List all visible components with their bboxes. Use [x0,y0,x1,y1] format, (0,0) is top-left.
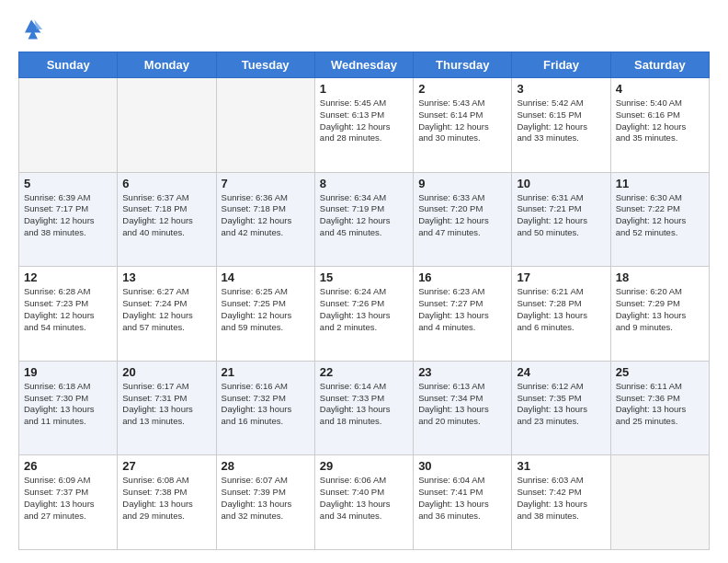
day-number: 6 [122,177,210,190]
day-number: 10 [517,177,605,190]
day-info: Sunrise: 6:24 AM Sunset: 7:26 PM Dayligh… [320,286,408,333]
day-number: 28 [222,459,310,473]
day-number: 18 [616,270,704,284]
day-number: 2 [418,82,506,96]
day-info: Sunrise: 6:25 AM Sunset: 7:25 PM Dayligh… [222,286,310,333]
logo-icon [18,17,44,42]
weekday-header-sunday: Sunday [19,52,118,78]
day-info: Sunrise: 6:21 AM Sunset: 7:28 PM Dayligh… [517,286,605,333]
day-info: Sunrise: 6:12 AM Sunset: 7:35 PM Dayligh… [517,381,605,428]
weekday-header-wednesday: Wednesday [314,52,413,78]
day-info: Sunrise: 6:03 AM Sunset: 7:42 PM Dayligh… [517,475,605,522]
calendar-cell: 13Sunrise: 6:27 AM Sunset: 7:24 PM Dayli… [118,267,216,362]
day-info: Sunrise: 6:33 AM Sunset: 7:20 PM Dayligh… [418,192,506,239]
calendar-cell: 22Sunrise: 6:14 AM Sunset: 7:33 PM Dayli… [314,361,413,455]
calendar-cell: 17Sunrise: 6:21 AM Sunset: 7:28 PM Dayli… [512,267,610,362]
calendar-cell: 21Sunrise: 6:16 AM Sunset: 7:32 PM Dayli… [216,361,314,455]
day-number: 1 [320,82,408,96]
calendar-cell: 14Sunrise: 6:25 AM Sunset: 7:25 PM Dayli… [216,267,314,362]
calendar-cell: 30Sunrise: 6:04 AM Sunset: 7:41 PM Dayli… [414,455,512,550]
weekday-header-friday: Friday [512,52,610,78]
calendar-cell: 27Sunrise: 6:08 AM Sunset: 7:38 PM Dayli… [118,455,216,550]
calendar-cell: 19Sunrise: 6:18 AM Sunset: 7:30 PM Dayli… [19,361,118,455]
logo [18,17,48,42]
calendar-cell: 11Sunrise: 6:30 AM Sunset: 7:22 PM Dayli… [610,172,709,267]
calendar-cell: 12Sunrise: 6:28 AM Sunset: 7:23 PM Dayli… [19,267,118,362]
day-number: 31 [517,459,605,473]
calendar-cell: 16Sunrise: 6:23 AM Sunset: 7:27 PM Dayli… [414,267,512,362]
day-number: 14 [222,270,310,284]
calendar-cell [19,78,118,173]
calendar-week-1: 1Sunrise: 5:45 AM Sunset: 6:13 PM Daylig… [19,78,710,173]
calendar-cell [216,78,314,173]
weekday-header-thursday: Thursday [414,52,512,78]
weekday-header-saturday: Saturday [610,52,709,78]
day-info: Sunrise: 6:16 AM Sunset: 7:32 PM Dayligh… [222,381,310,428]
day-number: 3 [517,82,605,96]
calendar-week-2: 5Sunrise: 6:39 AM Sunset: 7:17 PM Daylig… [19,172,710,267]
day-info: Sunrise: 6:14 AM Sunset: 7:33 PM Dayligh… [320,381,408,428]
calendar-cell: 10Sunrise: 6:31 AM Sunset: 7:21 PM Dayli… [512,172,610,267]
day-info: Sunrise: 6:36 AM Sunset: 7:18 PM Dayligh… [222,192,310,239]
day-info: Sunrise: 6:31 AM Sunset: 7:21 PM Dayligh… [517,192,605,239]
calendar-cell: 1Sunrise: 5:45 AM Sunset: 6:13 PM Daylig… [314,78,413,173]
page: SundayMondayTuesdayWednesdayThursdayFrid… [0,0,728,563]
day-info: Sunrise: 5:43 AM Sunset: 6:14 PM Dayligh… [418,98,506,144]
day-info: Sunrise: 6:23 AM Sunset: 7:27 PM Dayligh… [418,286,506,333]
day-info: Sunrise: 6:13 AM Sunset: 7:34 PM Dayligh… [418,381,506,428]
calendar-cell: 24Sunrise: 6:12 AM Sunset: 7:35 PM Dayli… [512,361,610,455]
day-info: Sunrise: 6:27 AM Sunset: 7:24 PM Dayligh… [122,286,210,333]
header [18,17,710,42]
calendar-cell: 5Sunrise: 6:39 AM Sunset: 7:17 PM Daylig… [19,172,118,267]
day-number: 24 [517,365,605,379]
day-number: 21 [222,365,310,379]
calendar-cell: 28Sunrise: 6:07 AM Sunset: 7:39 PM Dayli… [216,455,314,550]
calendar-week-3: 12Sunrise: 6:28 AM Sunset: 7:23 PM Dayli… [19,267,710,362]
day-number: 26 [24,459,112,473]
calendar-cell: 6Sunrise: 6:37 AM Sunset: 7:18 PM Daylig… [118,172,216,267]
day-number: 22 [320,365,408,379]
day-number: 4 [616,82,704,96]
calendar-cell: 4Sunrise: 5:40 AM Sunset: 6:16 PM Daylig… [610,78,709,173]
day-info: Sunrise: 5:40 AM Sunset: 6:16 PM Dayligh… [616,98,704,144]
day-info: Sunrise: 6:37 AM Sunset: 7:18 PM Dayligh… [122,192,210,239]
day-number: 5 [24,177,112,190]
calendar-cell [610,455,709,550]
calendar-cell: 15Sunrise: 6:24 AM Sunset: 7:26 PM Dayli… [314,267,413,362]
calendar-cell: 25Sunrise: 6:11 AM Sunset: 7:36 PM Dayli… [610,361,709,455]
day-number: 12 [24,270,112,284]
day-number: 27 [122,459,210,473]
day-info: Sunrise: 6:07 AM Sunset: 7:39 PM Dayligh… [222,475,310,522]
day-info: Sunrise: 6:04 AM Sunset: 7:41 PM Dayligh… [418,475,506,522]
day-info: Sunrise: 6:08 AM Sunset: 7:38 PM Dayligh… [122,475,210,522]
day-info: Sunrise: 6:17 AM Sunset: 7:31 PM Dayligh… [122,381,210,428]
calendar-table: SundayMondayTuesdayWednesdayThursdayFrid… [18,52,710,550]
day-info: Sunrise: 6:18 AM Sunset: 7:30 PM Dayligh… [24,381,112,428]
calendar-week-4: 19Sunrise: 6:18 AM Sunset: 7:30 PM Dayli… [19,361,710,455]
calendar-cell: 3Sunrise: 5:42 AM Sunset: 6:15 PM Daylig… [512,78,610,173]
day-info: Sunrise: 6:20 AM Sunset: 7:29 PM Dayligh… [616,286,704,333]
calendar-cell: 23Sunrise: 6:13 AM Sunset: 7:34 PM Dayli… [414,361,512,455]
day-info: Sunrise: 6:06 AM Sunset: 7:40 PM Dayligh… [320,475,408,522]
day-number: 16 [418,270,506,284]
day-info: Sunrise: 6:11 AM Sunset: 7:36 PM Dayligh… [616,381,704,428]
weekday-header-tuesday: Tuesday [216,52,314,78]
day-number: 19 [24,365,112,379]
day-number: 15 [320,270,408,284]
day-info: Sunrise: 5:42 AM Sunset: 6:15 PM Dayligh… [517,98,605,144]
calendar-cell: 26Sunrise: 6:09 AM Sunset: 7:37 PM Dayli… [19,455,118,550]
day-info: Sunrise: 6:39 AM Sunset: 7:17 PM Dayligh… [24,192,112,239]
calendar-cell: 31Sunrise: 6:03 AM Sunset: 7:42 PM Dayli… [512,455,610,550]
calendar-cell: 9Sunrise: 6:33 AM Sunset: 7:20 PM Daylig… [414,172,512,267]
weekday-header-row: SundayMondayTuesdayWednesdayThursdayFrid… [19,52,710,78]
day-info: Sunrise: 6:34 AM Sunset: 7:19 PM Dayligh… [320,192,408,239]
day-number: 25 [616,365,704,379]
day-number: 29 [320,459,408,473]
calendar-cell: 18Sunrise: 6:20 AM Sunset: 7:29 PM Dayli… [610,267,709,362]
calendar-cell: 7Sunrise: 6:36 AM Sunset: 7:18 PM Daylig… [216,172,314,267]
calendar-cell: 2Sunrise: 5:43 AM Sunset: 6:14 PM Daylig… [414,78,512,173]
day-number: 9 [418,177,506,190]
day-info: Sunrise: 6:09 AM Sunset: 7:37 PM Dayligh… [24,475,112,522]
day-info: Sunrise: 6:28 AM Sunset: 7:23 PM Dayligh… [24,286,112,333]
day-number: 23 [418,365,506,379]
